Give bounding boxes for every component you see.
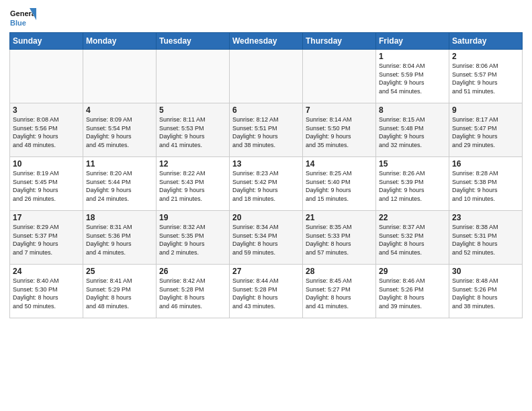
day-info: Sunrise: 8:12 AM Sunset: 5:51 PM Dayligh… [232,116,300,149]
day-number: 26 [159,267,226,276]
calendar-cell: 6Sunrise: 8:12 AM Sunset: 5:51 PM Daylig… [230,103,303,157]
day-number: 24 [13,267,80,276]
day-number: 30 [452,267,519,276]
calendar-cell: 2Sunrise: 8:06 AM Sunset: 5:57 PM Daylig… [449,50,523,103]
week-row-3: 17Sunrise: 8:29 AM Sunset: 5:37 PM Dayli… [10,211,523,265]
day-info: Sunrise: 8:09 AM Sunset: 5:54 PM Dayligh… [86,116,153,149]
calendar-cell: 14Sunrise: 8:25 AM Sunset: 5:40 PM Dayli… [303,157,376,211]
calendar-cell: 26Sunrise: 8:42 AM Sunset: 5:28 PM Dayli… [157,265,230,318]
day-number: 10 [13,159,80,169]
day-info: Sunrise: 8:31 AM Sunset: 5:36 PM Dayligh… [86,223,153,257]
day-info: Sunrise: 8:14 AM Sunset: 5:50 PM Dayligh… [306,116,373,149]
calendar-cell: 16Sunrise: 8:28 AM Sunset: 5:38 PM Dayli… [449,157,523,211]
day-info: Sunrise: 8:04 AM Sunset: 5:59 PM Dayligh… [379,62,446,95]
day-number: 6 [232,105,300,115]
calendar-cell [303,50,376,103]
day-number: 14 [306,159,373,169]
day-number: 18 [86,213,153,222]
day-number: 16 [452,159,519,169]
day-info: Sunrise: 8:15 AM Sunset: 5:48 PM Dayligh… [379,116,446,149]
day-info: Sunrise: 8:26 AM Sunset: 5:39 PM Dayligh… [379,169,446,203]
week-row-0: 1Sunrise: 8:04 AM Sunset: 5:59 PM Daylig… [10,50,523,103]
day-number: 3 [13,105,80,115]
calendar-cell: 5Sunrise: 8:11 AM Sunset: 5:53 PM Daylig… [157,103,230,157]
calendar-cell: 15Sunrise: 8:26 AM Sunset: 5:39 PM Dayli… [376,157,449,211]
day-info: Sunrise: 8:32 AM Sunset: 5:35 PM Dayligh… [159,223,226,257]
day-info: Sunrise: 8:28 AM Sunset: 5:38 PM Dayligh… [452,169,519,203]
calendar-cell [10,50,83,103]
day-number: 19 [159,213,226,222]
calendar-cell: 25Sunrise: 8:41 AM Sunset: 5:29 PM Dayli… [83,265,157,318]
day-number: 7 [306,105,373,115]
day-info: Sunrise: 8:42 AM Sunset: 5:28 PM Dayligh… [159,277,226,310]
day-number: 22 [379,213,446,222]
day-number: 15 [379,159,446,169]
day-info: Sunrise: 8:48 AM Sunset: 5:26 PM Dayligh… [452,277,519,310]
page-container: General Blue SundayMondayTuesdayWednesda… [0,0,532,324]
day-info: Sunrise: 8:29 AM Sunset: 5:37 PM Dayligh… [13,223,80,257]
day-info: Sunrise: 8:46 AM Sunset: 5:26 PM Dayligh… [379,277,446,310]
day-info: Sunrise: 8:17 AM Sunset: 5:47 PM Dayligh… [452,116,519,149]
calendar-cell: 19Sunrise: 8:32 AM Sunset: 5:35 PM Dayli… [157,211,230,265]
calendar-cell [157,50,230,103]
day-info: Sunrise: 8:08 AM Sunset: 5:56 PM Dayligh… [13,116,80,149]
calendar-table: SundayMondayTuesdayWednesdayThursdayFrid… [9,32,523,318]
day-number: 2 [452,52,519,61]
calendar-cell: 7Sunrise: 8:14 AM Sunset: 5:50 PM Daylig… [303,103,376,157]
calendar-cell: 29Sunrise: 8:46 AM Sunset: 5:26 PM Dayli… [376,265,449,318]
day-number: 17 [13,213,80,222]
day-info: Sunrise: 8:06 AM Sunset: 5:57 PM Dayligh… [452,62,519,95]
day-info: Sunrise: 8:22 AM Sunset: 5:43 PM Dayligh… [159,169,226,203]
day-header-wednesday: Wednesday [230,33,303,50]
day-info: Sunrise: 8:38 AM Sunset: 5:31 PM Dayligh… [452,223,519,257]
calendar-cell: 22Sunrise: 8:37 AM Sunset: 5:32 PM Dayli… [376,211,449,265]
day-info: Sunrise: 8:45 AM Sunset: 5:27 PM Dayligh… [306,277,373,310]
day-info: Sunrise: 8:41 AM Sunset: 5:29 PM Dayligh… [86,277,153,310]
day-info: Sunrise: 8:44 AM Sunset: 5:28 PM Dayligh… [232,277,300,310]
day-info: Sunrise: 8:35 AM Sunset: 5:33 PM Dayligh… [306,223,373,257]
calendar-cell [230,50,303,103]
logo: General Blue [9,7,38,28]
calendar-cell: 24Sunrise: 8:40 AM Sunset: 5:30 PM Dayli… [10,265,83,318]
day-header-thursday: Thursday [303,33,376,50]
day-info: Sunrise: 8:37 AM Sunset: 5:32 PM Dayligh… [379,223,446,257]
calendar-cell: 4Sunrise: 8:09 AM Sunset: 5:54 PM Daylig… [83,103,157,157]
calendar-cell: 8Sunrise: 8:15 AM Sunset: 5:48 PM Daylig… [376,103,449,157]
day-info: Sunrise: 8:40 AM Sunset: 5:30 PM Dayligh… [13,277,80,310]
calendar-cell: 23Sunrise: 8:38 AM Sunset: 5:31 PM Dayli… [449,211,523,265]
day-number: 20 [232,213,300,222]
day-number: 21 [306,213,373,222]
day-number: 25 [86,267,153,276]
calendar-cell: 3Sunrise: 8:08 AM Sunset: 5:56 PM Daylig… [10,103,83,157]
day-number: 8 [379,105,446,115]
calendar-cell: 12Sunrise: 8:22 AM Sunset: 5:43 PM Dayli… [157,157,230,211]
day-header-tuesday: Tuesday [157,33,230,50]
day-number: 12 [159,159,226,169]
day-number: 28 [306,267,373,276]
calendar-cell: 13Sunrise: 8:23 AM Sunset: 5:42 PM Dayli… [230,157,303,211]
day-header-friday: Friday [376,33,449,50]
day-number: 1 [379,52,446,61]
day-info: Sunrise: 8:20 AM Sunset: 5:44 PM Dayligh… [86,169,153,203]
day-number: 29 [379,267,446,276]
day-info: Sunrise: 8:11 AM Sunset: 5:53 PM Dayligh… [159,116,226,149]
calendar-cell: 20Sunrise: 8:34 AM Sunset: 5:34 PM Dayli… [230,211,303,265]
day-info: Sunrise: 8:19 AM Sunset: 5:45 PM Dayligh… [13,169,80,203]
day-info: Sunrise: 8:25 AM Sunset: 5:40 PM Dayligh… [306,169,373,203]
header: General Blue [9,7,523,28]
day-number: 5 [159,105,226,115]
day-info: Sunrise: 8:23 AM Sunset: 5:42 PM Dayligh… [232,169,300,203]
calendar-cell: 28Sunrise: 8:45 AM Sunset: 5:27 PM Dayli… [303,265,376,318]
calendar-cell: 30Sunrise: 8:48 AM Sunset: 5:26 PM Dayli… [449,265,523,318]
week-row-4: 24Sunrise: 8:40 AM Sunset: 5:30 PM Dayli… [10,265,523,318]
calendar-cell: 11Sunrise: 8:20 AM Sunset: 5:44 PM Dayli… [83,157,157,211]
week-row-2: 10Sunrise: 8:19 AM Sunset: 5:45 PM Dayli… [10,157,523,211]
calendar-cell: 17Sunrise: 8:29 AM Sunset: 5:37 PM Dayli… [10,211,83,265]
calendar-cell: 18Sunrise: 8:31 AM Sunset: 5:36 PM Dayli… [83,211,157,265]
day-number: 9 [452,105,519,115]
day-header-saturday: Saturday [449,33,523,50]
calendar-header-row: SundayMondayTuesdayWednesdayThursdayFrid… [10,33,523,50]
day-header-monday: Monday [83,33,157,50]
calendar-cell: 21Sunrise: 8:35 AM Sunset: 5:33 PM Dayli… [303,211,376,265]
day-number: 27 [232,267,300,276]
